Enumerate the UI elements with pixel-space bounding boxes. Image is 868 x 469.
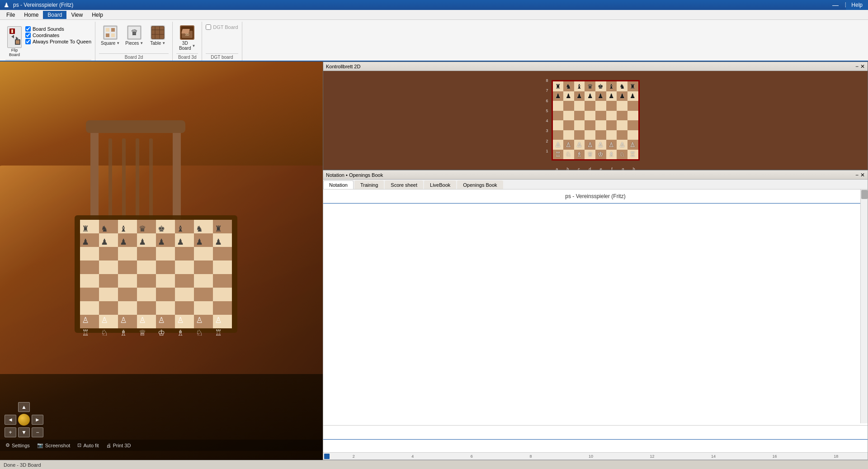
chess-cell[interactable]: ♜: [627, 81, 638, 91]
square-button[interactable]: Square ▼: [99, 24, 122, 47]
dgt-board-input[interactable]: [206, 24, 211, 30]
chess-cell[interactable]: ♟: [563, 91, 574, 101]
chess-cell[interactable]: [606, 130, 617, 140]
flip-board-button[interactable]: FlipBoard: [5, 24, 24, 59]
chess-cell[interactable]: ♖: [553, 150, 564, 160]
chess-cell[interactable]: ♙: [585, 140, 595, 150]
chess-cell[interactable]: [574, 130, 585, 140]
menu-file[interactable]: File: [2, 11, 19, 19]
chess-cell[interactable]: ♙: [563, 140, 574, 150]
chess-cell[interactable]: ♝: [574, 81, 585, 91]
nav-zoom-out-button[interactable]: −: [32, 427, 43, 437]
menu-view[interactable]: View: [66, 11, 87, 19]
board-sounds-checkbox[interactable]: Board Sounds: [25, 26, 91, 32]
chess-cell[interactable]: [606, 111, 617, 121]
chess-cell[interactable]: ♞: [617, 81, 627, 91]
chess-cell[interactable]: ♕: [585, 150, 595, 160]
chess-cell[interactable]: [595, 120, 606, 130]
chess-cell[interactable]: [563, 111, 574, 121]
chess-cell[interactable]: ♘: [563, 150, 574, 160]
chess-2d-board[interactable]: ♜♞♝♛♚♝♞♜♟♟♟♟♟♟♟♟♙♙♙♙♙♙♙♙♖♘♗♕♔♗♘♖: [552, 80, 640, 161]
chess-cell[interactable]: ♟: [627, 91, 638, 101]
chess-cell[interactable]: ♟: [585, 91, 595, 101]
graph-scrollbar-thumb[interactable]: [324, 454, 330, 459]
chess-cell[interactable]: ♟: [606, 91, 617, 101]
chess-cell[interactable]: [627, 120, 638, 130]
tab-livebook[interactable]: LiveBook: [424, 180, 456, 189]
nav-right-button[interactable]: ►: [32, 415, 43, 425]
chess-cell[interactable]: ♗: [606, 150, 617, 160]
chess-cell[interactable]: ♔: [595, 150, 606, 160]
chess-cell[interactable]: [595, 101, 606, 111]
chess-cell[interactable]: ♙: [627, 140, 638, 150]
chess-cell[interactable]: ♚: [595, 81, 606, 91]
kontrollbrett-close[interactable]: ✕: [860, 63, 865, 70]
notation-header-controls[interactable]: − ✕: [855, 172, 865, 178]
chess-cell[interactable]: [617, 101, 627, 111]
chess-cell[interactable]: [574, 111, 585, 121]
notation-close[interactable]: ✕: [860, 172, 865, 178]
chess-cell[interactable]: ♟: [574, 91, 585, 101]
chess-cell[interactable]: [553, 120, 564, 130]
dgt-board-checkbox[interactable]: DGT Board: [206, 24, 238, 30]
menu-home[interactable]: Home: [19, 11, 43, 19]
chess-cell[interactable]: ♛: [585, 81, 595, 91]
chess-cell[interactable]: [585, 101, 595, 111]
notation-minimize[interactable]: −: [855, 172, 859, 178]
chess-cell[interactable]: [627, 130, 638, 140]
notation-graph-scrollbar[interactable]: 2 4 6 8 10 12 14 16 18: [323, 452, 868, 460]
minimize-btn[interactable]: —: [830, 1, 840, 9]
menu-board[interactable]: Board: [43, 11, 66, 19]
kontrollbrett-minimize[interactable]: −: [855, 63, 859, 70]
always-promote-queen-checkbox[interactable]: Always Promote To Queen: [25, 39, 91, 44]
tab-notation[interactable]: Notation: [323, 180, 354, 189]
chess-cell[interactable]: ♟: [553, 91, 564, 101]
chess-cell[interactable]: [585, 111, 595, 121]
nav-left-button[interactable]: ◄: [5, 415, 16, 425]
chess-cell[interactable]: [595, 130, 606, 140]
chess-cell[interactable]: ♞: [563, 81, 574, 91]
tab-scoresheet[interactable]: Score sheet: [385, 180, 423, 189]
chess-cell[interactable]: ♝: [606, 81, 617, 91]
always-promote-input[interactable]: [25, 39, 31, 44]
chess-cell[interactable]: [553, 130, 564, 140]
chess-cell[interactable]: ♖: [627, 150, 638, 160]
chess-cell[interactable]: [563, 101, 574, 111]
chess-cell[interactable]: ♙: [606, 140, 617, 150]
coordinates-input[interactable]: [25, 33, 31, 38]
chess-cell[interactable]: [627, 101, 638, 111]
board-sounds-input[interactable]: [25, 26, 31, 32]
chess-cell[interactable]: [617, 120, 627, 130]
chess-cell[interactable]: ♙: [617, 140, 627, 150]
pieces-button[interactable]: ♛ Pieces ▼: [123, 24, 145, 47]
chess-cell[interactable]: [574, 120, 585, 130]
chess-cell[interactable]: [553, 111, 564, 121]
chess-cell[interactable]: [585, 130, 595, 140]
chess-cell[interactable]: ♜: [553, 81, 564, 91]
chess-cell[interactable]: [563, 120, 574, 130]
nav-up-button[interactable]: ▲: [18, 402, 30, 412]
print3d-button[interactable]: 🖨 Print 3D: [104, 442, 133, 449]
notation-content[interactable]: [323, 204, 868, 425]
chess-cell[interactable]: [574, 101, 585, 111]
chess-cell[interactable]: ♙: [553, 140, 564, 150]
tab-training[interactable]: Training: [354, 180, 384, 189]
3d-board-button[interactable]: 3D 3DBoard ▼: [176, 24, 198, 52]
chess-cell[interactable]: ♟: [617, 91, 627, 101]
screenshot-button[interactable]: 📷 Screenshot: [35, 441, 72, 449]
notation-scrollbar[interactable]: [860, 189, 868, 423]
chess-cell[interactable]: ♗: [574, 150, 585, 160]
help-button[interactable]: Help: [846, 0, 868, 10]
scrollbar-thumb[interactable]: [861, 190, 868, 199]
kontrollbrett-controls[interactable]: − ✕: [855, 63, 865, 70]
table-button[interactable]: Table ▼: [147, 24, 169, 47]
autofit-button[interactable]: ⊡ Auto fit: [75, 441, 100, 449]
tab-openingsbook[interactable]: Openings Book: [457, 180, 503, 189]
chess-cell[interactable]: [627, 111, 638, 121]
nav-down-button[interactable]: ▼: [18, 427, 30, 437]
chess-cell[interactable]: [595, 111, 606, 121]
chess-cell[interactable]: [563, 130, 574, 140]
chess-cell[interactable]: [617, 130, 627, 140]
chess-cell[interactable]: [553, 101, 564, 111]
chess-cell[interactable]: ♘: [617, 150, 627, 160]
